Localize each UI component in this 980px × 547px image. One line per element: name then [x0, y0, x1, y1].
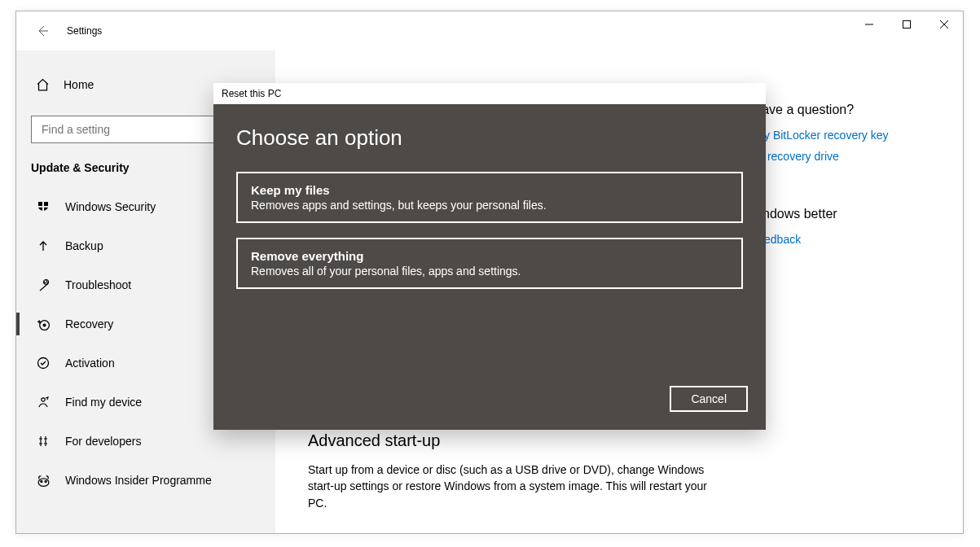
- option-desc: Removes apps and settings, but keeps you…: [251, 199, 728, 212]
- svg-point-12: [42, 398, 45, 401]
- shield-icon: [36, 200, 51, 213]
- svg-point-14: [40, 480, 42, 482]
- svg-point-13: [38, 478, 49, 486]
- sidebar-item-label: Backup: [65, 239, 103, 252]
- dialog-heading: Choose an option: [236, 125, 743, 151]
- advanced-startup-desc: Start up from a device or disc (such as …: [308, 462, 715, 511]
- sidebar-item-label: Troubleshoot: [65, 278, 131, 291]
- svg-rect-7: [38, 206, 48, 208]
- minimize-button[interactable]: [850, 11, 888, 37]
- window-controls: [850, 11, 963, 37]
- svg-point-10: [43, 324, 46, 326]
- option-remove-everything[interactable]: Remove everything Removes all of your pe…: [236, 238, 743, 289]
- option-title: Remove everything: [251, 249, 728, 263]
- sidebar-home-label: Home: [64, 78, 94, 91]
- checkmark-circle-icon: [36, 357, 51, 370]
- window-title: Settings: [67, 25, 102, 37]
- back-button[interactable]: [34, 23, 51, 39]
- location-person-icon: [36, 396, 51, 409]
- wrench-icon: [36, 278, 51, 291]
- option-desc: Removes all of your personal files, apps…: [251, 265, 728, 278]
- advanced-startup-section: Advanced start-up Start up from a device…: [308, 431, 719, 511]
- home-icon: [36, 78, 51, 92]
- recovery-icon: [36, 317, 51, 331]
- sidebar-item-label: Find my device: [65, 396, 142, 409]
- dialog-body: Choose an option Keep my files Removes a…: [213, 104, 766, 430]
- sidebar-item-label: Activation: [65, 357, 115, 370]
- svg-rect-5: [44, 202, 48, 206]
- sidebar-item-label: For developers: [65, 435, 141, 448]
- dialog-title: Reset this PC: [213, 83, 766, 104]
- titlebar: Settings: [16, 11, 963, 50]
- sidebar-item-label: Windows Security: [65, 200, 156, 213]
- sidebar-item-label: Windows Insider Programme: [65, 474, 212, 487]
- close-button[interactable]: [925, 11, 963, 37]
- cancel-button[interactable]: Cancel: [670, 386, 748, 412]
- option-title: Keep my files: [251, 183, 728, 197]
- arrow-up-icon: [36, 239, 51, 252]
- reset-pc-dialog: Reset this PC Choose an option Keep my f…: [213, 83, 766, 430]
- insider-icon: [36, 474, 51, 488]
- sidebar-item-insider-programme[interactable]: Windows Insider Programme: [16, 461, 275, 500]
- maximize-button[interactable]: [888, 11, 925, 37]
- svg-rect-4: [38, 202, 42, 206]
- dev-icon: [36, 435, 51, 448]
- svg-point-11: [38, 358, 49, 369]
- svg-rect-1: [903, 21, 911, 28]
- svg-point-15: [45, 480, 46, 482]
- option-keep-my-files[interactable]: Keep my files Removes apps and settings,…: [236, 172, 743, 223]
- advanced-startup-title: Advanced start-up: [308, 431, 719, 450]
- sidebar-item-label: Recovery: [65, 317, 113, 330]
